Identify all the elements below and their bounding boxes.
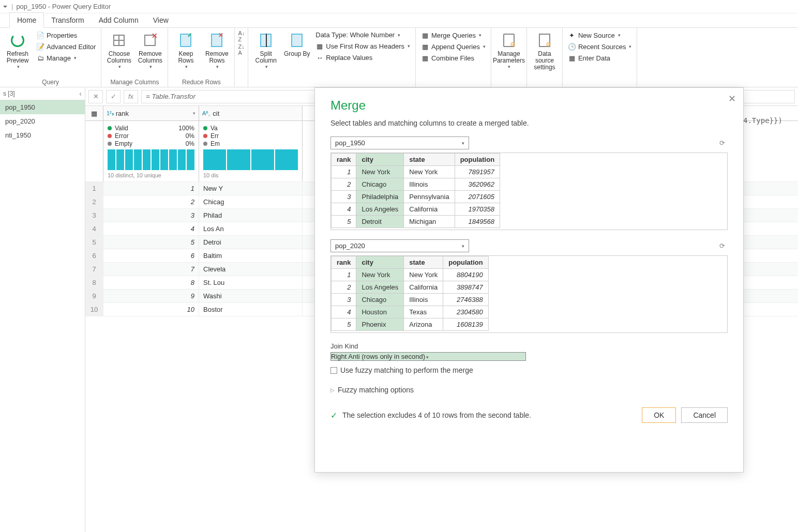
preview-row: 5 Detroit Michigan 1849568 [332,216,500,228]
manage-icon: 🗂 [36,54,44,62]
t2-header-city[interactable]: city [356,256,404,269]
tab-transform[interactable]: Transform [44,13,91,27]
cell-rank[interactable]: 9 [103,290,199,302]
column-header-rank[interactable]: 1²₃ rank ▾ [103,106,199,120]
column-header-city[interactable]: Aᴮ꜀ cit [199,106,303,120]
data-type-button[interactable]: Data Type: Whole Number▾ [313,30,412,40]
table-corner-button[interactable]: ▦ [85,106,103,120]
tab-add-column[interactable]: Add Column [92,13,146,27]
fuzzy-options-expander[interactable]: ▷ Fuzzy matching options [330,386,728,394]
sort-desc-button[interactable]: Z↓A [238,43,244,56]
new-source-button[interactable]: ✦New Source▾ [566,30,634,40]
row-number: 9 [85,290,103,302]
cell-city[interactable]: Bostor [199,303,303,316]
t2-header-state[interactable]: state [404,256,443,269]
column-filter-icon[interactable]: ▾ [193,111,195,116]
refresh-table1-button[interactable]: ⟳ [719,139,728,147]
dialog-close-button[interactable]: ✕ [728,93,736,104]
row-number: 1 [85,182,103,195]
table1-select[interactable]: pop_1950▾ [330,136,469,149]
merge-queries-button[interactable]: ▦Merge Queries▾ [419,30,488,40]
cell-city[interactable]: Detroi [199,236,303,249]
text-type-icon: Aᴮ꜀ [202,110,210,117]
qat-dropdown-icon[interactable] [3,6,7,10]
collapse-queries-button[interactable]: ‹ [79,89,82,98]
join-kind-select[interactable]: Right Anti (rows only in second)▾ [330,352,526,361]
query-item-pop-2020[interactable]: pop_2020 [0,114,85,128]
manage-parameters-button[interactable]: Manage Parameters▾ [494,30,523,71]
t1-header-state[interactable]: state [404,154,455,166]
cell-rank[interactable]: 3 [103,209,199,222]
preview-row: 4 Houston Texas 2304580 [332,306,489,318]
replace-values-button[interactable]: ↔Replace Values [313,52,412,63]
refresh-preview-button[interactable]: Refresh Preview▾ [3,30,32,71]
row-number: 7 [85,263,103,276]
cell-rank[interactable]: 6 [103,249,199,262]
split-column-button[interactable]: Split Column▾ [251,30,280,71]
queries-pane: s [3] ‹ pop_1950 pop_2020 nti_1950 [0,87,85,532]
merge-icon: ▦ [421,31,429,39]
properties-icon: 📄 [36,31,44,39]
ok-button[interactable]: OK [642,407,676,423]
remove-columns-button[interactable]: Remove Columns▾ [135,30,164,71]
cell-city[interactable]: St. Lou [199,276,303,289]
combine-files-button[interactable]: ▦Combine Files [419,53,488,63]
advanced-editor-button[interactable]: 📝Advanced Editor [34,41,98,52]
formula-accept-button[interactable]: ✓ [106,90,121,103]
data-source-icon [539,34,550,47]
query-item-pop-1950[interactable]: pop_1950 [0,100,85,114]
choose-columns-icon [113,35,125,46]
cell-city[interactable]: Clevela [199,263,303,276]
cell-city[interactable]: Chicag [199,195,303,208]
cell-city[interactable]: Washi [199,290,303,302]
preview-row: 2 Los Angeles California 3898747 [332,281,489,294]
t2-header-rank[interactable]: rank [332,256,356,269]
properties-button[interactable]: 📄Properties [34,30,98,40]
cell-rank[interactable]: 7 [103,263,199,276]
data-source-settings-button[interactable]: Data source settings [530,30,559,73]
keep-rows-button[interactable]: Keep Rows▾ [171,30,200,71]
ribbon-group-query-label: Query [3,78,98,87]
fuzzy-matching-checkbox[interactable]: Use fuzzy matching to perform the merge [330,366,728,374]
remove-rows-button[interactable]: Remove Rows▾ [202,30,231,71]
preview-row: 2 Chicago Illinois 3620962 [332,178,500,191]
formula-suffix: 4.Type}}) [743,116,782,125]
cell-city[interactable]: Los An [199,222,303,235]
recent-sources-button[interactable]: 🕒Recent Sources▾ [566,41,634,52]
cell-rank[interactable]: 2 [103,195,199,208]
join-kind-label: Join Kind [330,342,728,350]
cell-rank[interactable]: 4 [103,222,199,235]
choose-columns-button[interactable]: Choose Columns▾ [104,30,133,71]
table2-preview: rank city state population 1 New York Ne… [330,255,728,333]
window-title: pop_1950 - Power Query Editor [16,3,111,10]
t1-header-city[interactable]: city [356,154,404,166]
group-by-button[interactable]: Group By [282,30,311,59]
chevron-down-icon: ▾ [462,244,464,249]
t2-header-population[interactable]: population [443,256,488,269]
cell-city[interactable]: Philad [199,209,303,222]
t1-header-rank[interactable]: rank [332,154,356,166]
t1-header-population[interactable]: population [455,154,500,166]
first-row-headers-button[interactable]: ▦Use First Row as Headers▾ [313,41,412,51]
title-bar: | pop_1950 - Power Query Editor [0,0,798,13]
cell-city[interactable]: New Y [199,182,303,195]
append-queries-button[interactable]: ▦Append Queries▾ [419,41,488,52]
query-item-nti-1950[interactable]: nti_1950 [0,128,85,142]
cell-rank[interactable]: 10 [103,303,199,316]
row-number: 6 [85,249,103,262]
group-by-icon [291,34,303,47]
tab-home[interactable]: Home [9,12,44,28]
table2-select[interactable]: pop_2020▾ [330,239,469,252]
tab-view[interactable]: View [146,13,176,27]
manage-button[interactable]: 🗂Manage▾ [34,53,98,63]
cancel-button[interactable]: Cancel [681,407,728,423]
sort-asc-button[interactable]: A↓Z [238,30,245,42]
cell-city[interactable]: Baltim [199,249,303,262]
cell-rank[interactable]: 1 [103,182,199,195]
refresh-table2-button[interactable]: ⟳ [719,242,728,250]
formula-cancel-button[interactable]: ✕ [88,90,103,103]
enter-data-button[interactable]: ▦Enter Data [566,53,634,63]
cell-rank[interactable]: 5 [103,236,199,249]
fx-button[interactable]: fx [124,90,138,103]
cell-rank[interactable]: 8 [103,276,199,289]
